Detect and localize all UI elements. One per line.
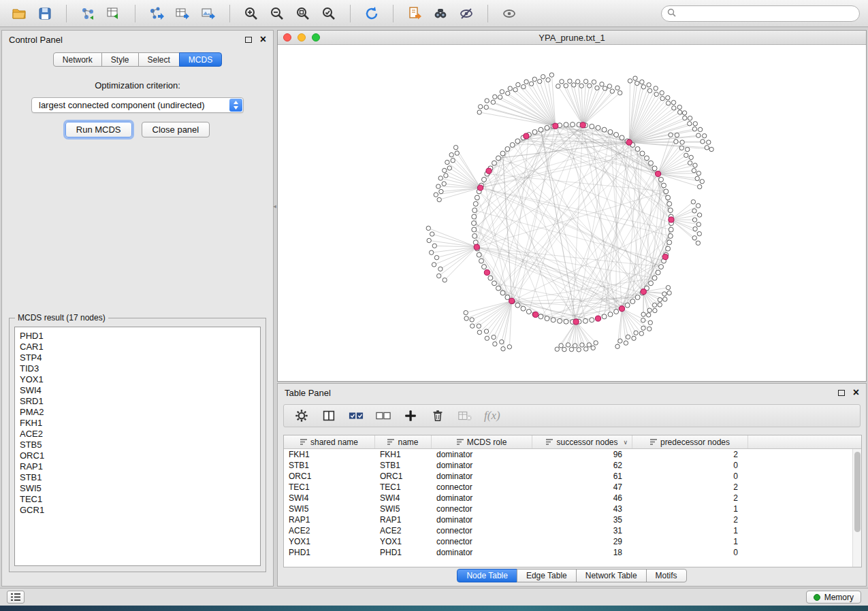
network-node[interactable]: [577, 348, 581, 352]
network-node[interactable]: [602, 86, 607, 90]
network-node[interactable]: [479, 105, 483, 109]
minimize-window-icon[interactable]: [298, 33, 306, 42]
network-node[interactable]: [515, 139, 520, 144]
dominator-node[interactable]: [484, 269, 489, 275]
mcds-result-item[interactable]: YOX1: [20, 374, 260, 385]
tab-motifs[interactable]: Motifs: [646, 569, 687, 582]
dominator-node[interactable]: [573, 319, 579, 325]
maximize-window-icon[interactable]: [312, 33, 320, 42]
network-node[interactable]: [692, 169, 696, 173]
task-history-button[interactable]: [7, 591, 25, 604]
network-node[interactable]: [453, 146, 457, 150]
network-node[interactable]: [477, 110, 481, 114]
trash-icon[interactable]: [430, 408, 446, 424]
network-node[interactable]: [635, 81, 639, 85]
dominator-node[interactable]: [478, 185, 483, 191]
network-node[interactable]: [491, 100, 495, 104]
mcds-result-item[interactable]: SWI5: [20, 483, 260, 494]
network-node[interactable]: [472, 208, 477, 213]
float-panel-icon[interactable]: [838, 390, 845, 396]
network-node[interactable]: [521, 84, 526, 88]
eye-icon[interactable]: [498, 3, 520, 24]
network-node[interactable]: [641, 85, 645, 89]
network-node[interactable]: [576, 80, 580, 84]
network-node[interactable]: [590, 124, 594, 129]
network-node[interactable]: [628, 79, 632, 83]
network-node[interactable]: [678, 110, 682, 114]
gear-icon[interactable]: [293, 408, 310, 424]
network-node[interactable]: [688, 161, 692, 165]
network-node[interactable]: [660, 90, 664, 95]
mcds-result-item[interactable]: STB5: [20, 440, 260, 450]
tab-select[interactable]: Select: [138, 52, 180, 67]
network-node[interactable]: [442, 182, 446, 186]
network-node[interactable]: [641, 318, 645, 323]
import-table-icon[interactable]: [103, 3, 125, 24]
network-node[interactable]: [473, 201, 478, 206]
network-node[interactable]: [595, 86, 599, 90]
network-node[interactable]: [447, 166, 451, 170]
network-node[interactable]: [492, 161, 497, 165]
network-node[interactable]: [493, 342, 497, 346]
network-node[interactable]: [667, 201, 672, 206]
network-node[interactable]: [484, 329, 488, 333]
dominator-node[interactable]: [509, 298, 515, 303]
network-node[interactable]: [652, 166, 657, 171]
network-node[interactable]: [680, 140, 684, 144]
network-node[interactable]: [647, 327, 652, 331]
network-node[interactable]: [654, 86, 658, 90]
dominator-node[interactable]: [656, 171, 661, 176]
network-node[interactable]: [521, 306, 526, 311]
network-node[interactable]: [500, 151, 505, 156]
network-canvas[interactable]: [278, 45, 866, 381]
network-node[interactable]: [434, 193, 438, 197]
network-node[interactable]: [596, 125, 600, 130]
network-node[interactable]: [592, 80, 596, 84]
network-node[interactable]: [697, 213, 701, 217]
dominator-node[interactable]: [641, 289, 646, 295]
network-node[interactable]: [505, 147, 510, 152]
network-node[interactable]: [580, 343, 584, 347]
memory-button[interactable]: Memory: [806, 591, 861, 604]
network-node[interactable]: [696, 171, 701, 176]
network-node[interactable]: [688, 116, 692, 120]
network-node[interactable]: [500, 340, 504, 344]
network-node[interactable]: [560, 80, 564, 84]
network-node[interactable]: [693, 227, 697, 231]
network-node[interactable]: [470, 324, 475, 328]
network-node[interactable]: [588, 84, 592, 88]
network-node[interactable]: [633, 76, 637, 80]
network-node[interactable]: [587, 343, 591, 347]
close-window-icon[interactable]: [283, 33, 291, 42]
network-node[interactable]: [493, 95, 497, 99]
network-node[interactable]: [434, 255, 438, 259]
network-node[interactable]: [709, 147, 713, 151]
network-node[interactable]: [671, 100, 675, 104]
zoom-out-icon[interactable]: [266, 3, 288, 24]
hide-details-icon[interactable]: [455, 3, 477, 24]
dominator-node[interactable]: [533, 312, 539, 317]
float-panel-icon[interactable]: [245, 37, 252, 43]
network-node[interactable]: [513, 88, 517, 92]
run-mcds-button[interactable]: Run MCDS: [65, 122, 132, 137]
network-node[interactable]: [667, 240, 672, 245]
network-node[interactable]: [427, 238, 431, 242]
table-row[interactable]: SWI5SWI5connector431: [284, 503, 861, 514]
network-node[interactable]: [649, 281, 654, 286]
mcds-result-item[interactable]: STP4: [20, 352, 260, 363]
network-node[interactable]: [532, 77, 536, 81]
network-node[interactable]: [545, 316, 549, 321]
network-node[interactable]: [516, 82, 520, 86]
network-node[interactable]: [658, 303, 662, 307]
dominator-node[interactable]: [619, 306, 624, 312]
network-node[interactable]: [662, 183, 666, 188]
network-node[interactable]: [602, 127, 607, 132]
network-node[interactable]: [477, 330, 481, 334]
network-node[interactable]: [669, 227, 673, 232]
tab-network-table[interactable]: Network Table: [576, 569, 647, 582]
network-node[interactable]: [506, 91, 510, 95]
network-node[interactable]: [639, 331, 643, 335]
network-node[interactable]: [510, 143, 515, 148]
network-node[interactable]: [569, 347, 573, 351]
network-node[interactable]: [464, 316, 468, 320]
